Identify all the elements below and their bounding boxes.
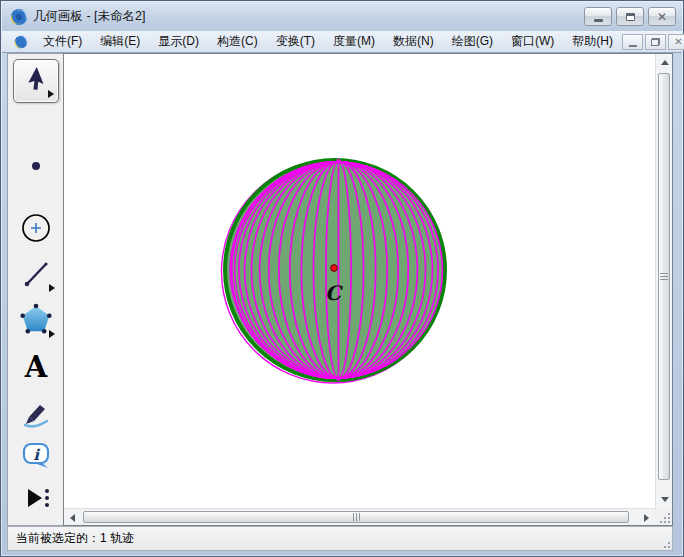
menubar: 文件(F)编辑(E)显示(D)构造(C)变换(T)度量(M)数据(N)绘图(G)…	[2, 31, 682, 53]
vertical-scrollbar-thumb[interactable]	[658, 73, 670, 480]
menu-item-8[interactable]: 窗口(W)	[502, 30, 563, 53]
scroll-right-button[interactable]	[638, 509, 655, 526]
titlebar[interactable]: 几何画板 - [未命名2] ✕	[2, 2, 682, 31]
sketch-document: C	[63, 53, 673, 526]
custom-tool[interactable]	[13, 477, 59, 521]
scroll-up-icon	[661, 60, 669, 65]
mdi-restore-button[interactable]	[645, 34, 666, 50]
segment-icon	[20, 258, 52, 290]
menu-item-9[interactable]: 帮助(H)	[563, 30, 622, 53]
application-window: 几何画板 - [未命名2] ✕ 文件(F)编辑(E)显示(D)构造(C)变换(T…	[0, 0, 684, 557]
mdi-minimize-button[interactable]	[622, 34, 643, 50]
menu-item-5[interactable]: 度量(M)	[324, 30, 384, 53]
sketch-canvas[interactable]: C	[64, 54, 655, 508]
marker-tool[interactable]	[13, 392, 59, 436]
center-point-label[interactable]: C	[325, 281, 343, 305]
vertical-scrollbar[interactable]	[655, 54, 672, 508]
text-tool-icon: A	[25, 353, 48, 382]
bottom-pole-point	[336, 376, 341, 381]
window-title: 几何画板 - [未命名2]	[33, 8, 146, 25]
window-resize-grip-icon[interactable]	[660, 538, 670, 548]
mdi-minimize-icon	[629, 45, 637, 47]
custom-tool-icon	[19, 484, 53, 514]
menu-item-7[interactable]: 绘图(G)	[443, 30, 502, 53]
submenu-arrow-icon	[48, 90, 54, 98]
scroll-up-button[interactable]	[656, 54, 673, 71]
scroll-down-icon	[661, 497, 669, 502]
mdi-close-icon: ✕	[674, 37, 682, 47]
resize-grip-icon[interactable]	[660, 513, 670, 523]
sketchpad-document-icon	[14, 35, 28, 49]
menu-item-0[interactable]: 文件(F)	[34, 30, 91, 53]
selection-status-text: 当前被选定的：1 轨迹	[16, 530, 134, 547]
app-icon	[10, 8, 28, 26]
horizontal-scrollbar-thumb[interactable]	[83, 511, 629, 523]
scroll-left-button[interactable]	[64, 509, 81, 526]
menu-items: 文件(F)编辑(E)显示(D)构造(C)变换(T)度量(M)数据(N)绘图(G)…	[34, 30, 622, 53]
horizontal-scrollbar[interactable]	[64, 508, 655, 525]
minimize-button[interactable]	[584, 7, 612, 26]
submenu-arrow-icon	[49, 330, 55, 338]
menu-item-1[interactable]: 编辑(E)	[91, 30, 149, 53]
text-tool[interactable]: A	[13, 345, 59, 389]
close-button[interactable]: ✕	[648, 7, 676, 26]
close-icon: ✕	[657, 11, 667, 23]
statusbar: 当前被选定的：1 轨迹	[7, 526, 673, 551]
menu-item-2[interactable]: 显示(D)	[149, 30, 208, 53]
menu-item-3[interactable]: 构造(C)	[208, 30, 267, 53]
selection-arrow-tool[interactable]	[13, 59, 59, 103]
restore-button[interactable]	[616, 7, 644, 26]
submenu-arrow-icon	[49, 284, 55, 292]
restore-icon	[626, 13, 635, 21]
point-icon	[21, 156, 51, 176]
polygon-tool[interactable]	[13, 298, 59, 342]
minimize-icon	[594, 19, 603, 22]
center-point[interactable]	[331, 265, 338, 272]
straightedge-tool[interactable]	[13, 252, 59, 296]
information-tool[interactable]: i	[13, 434, 59, 478]
point-tool[interactable]	[13, 153, 59, 179]
circle-icon	[19, 211, 53, 245]
compass-circle-tool[interactable]	[13, 206, 59, 250]
tool-palette: A i	[7, 53, 63, 526]
mdi-restore-icon	[651, 38, 660, 46]
scroll-left-icon	[70, 514, 75, 522]
information-icon: i	[19, 439, 53, 473]
top-pole-point	[336, 159, 341, 164]
menu-item-6[interactable]: 数据(N)	[384, 30, 443, 53]
mdi-close-button[interactable]: ✕	[668, 34, 684, 50]
geometry-svg: C	[64, 54, 655, 508]
menu-item-4[interactable]: 变换(T)	[267, 30, 324, 53]
scroll-right-icon	[644, 514, 649, 522]
selection-arrow-icon	[21, 66, 51, 96]
marker-pen-icon	[20, 398, 52, 430]
scrollbar-corner	[655, 508, 672, 525]
workspace: A i	[7, 53, 673, 526]
scroll-down-button[interactable]	[656, 491, 673, 508]
